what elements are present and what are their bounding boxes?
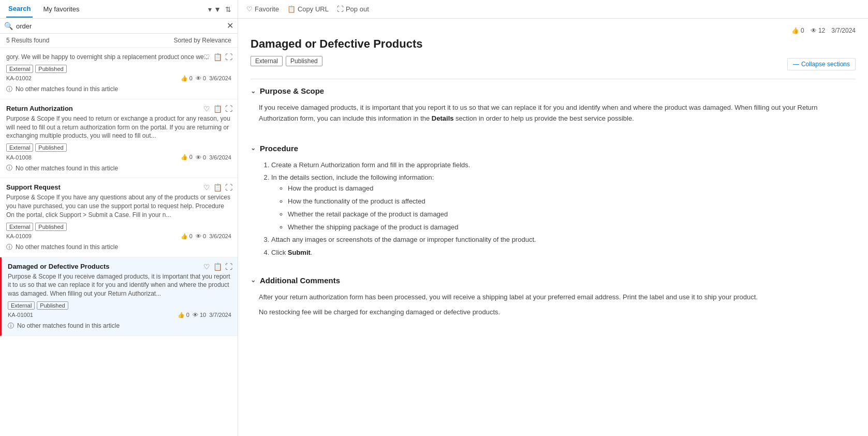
no-match-text: No other matches found in this article [17, 322, 120, 329]
meta-icons: 👍 0 👁 0 3/6/2024 [181, 154, 231, 161]
no-match: ⓘ No other matches found in this article [6, 82, 231, 94]
left-top-bar: Search My favorites ▾ ▼ ⇅ [0, 0, 238, 18]
meta-icons: 👍 0 👁 0 3/6/2024 [181, 233, 231, 240]
results-count: 5 Results found [6, 37, 49, 44]
result-favorite-button[interactable]: ♡ [203, 53, 210, 61]
section-header-purpose[interactable]: ⌄ Purpose & Scope [251, 83, 856, 98]
meta-icons: 👍 0 👁 0 3/6/2024 [181, 75, 231, 82]
result-copy-button[interactable]: 📋 [213, 263, 222, 271]
result-item-actions: ♡ 📋 ⛶ [203, 105, 232, 113]
result-item-actions: ♡ 📋 ⛶ [203, 183, 232, 192]
tab-favorites[interactable]: My favorites [41, 1, 81, 17]
section-header-procedure[interactable]: ⌄ Procedure [251, 141, 856, 156]
search-input[interactable] [16, 22, 224, 30]
list-item: Whether the retail package of the produc… [288, 209, 856, 220]
result-date: 3/6/2024 [209, 75, 231, 81]
article-date: 3/7/2024 [831, 27, 856, 34]
list-item: Click Submit. [271, 248, 856, 258]
sort-button[interactable]: ⇅ [225, 5, 231, 13]
procedure-list: Create a Return Authorization form and f… [259, 160, 856, 258]
badges: External Published [6, 223, 231, 231]
clear-search-button[interactable]: ✕ [227, 22, 233, 30]
collapse-sections-label: Collapse sections [801, 61, 850, 68]
result-item[interactable]: Return Authorization Purpose & Scope If … [0, 99, 238, 178]
list-item: How the functionality of the product is … [288, 196, 856, 207]
article-badge-published: Published [286, 56, 322, 66]
meta-icons: 👍 0 👁 10 3/7/2024 [178, 312, 231, 318]
no-match-text: No other matches found in this article [16, 85, 118, 93]
top-bar: Search My favorites ▾ ▼ ⇅ ♡ Favorite 📋 C… [0, 0, 868, 19]
filter-button[interactable]: ▾ ▼ [208, 5, 221, 13]
badge-published: Published [35, 65, 66, 73]
result-title: Support Request [6, 183, 231, 191]
copy-icon: 📋 [287, 5, 296, 13]
result-favorite-button[interactable]: ♡ [203, 263, 210, 271]
badge-published: Published [35, 223, 66, 231]
badges: External Published [8, 301, 231, 310]
result-meta: KA-01002 👍 0 👁 0 3/6/2024 [6, 75, 231, 82]
result-title: Return Authorization [6, 105, 231, 112]
section-paragraph: No restocking fee will be charged for ex… [259, 307, 856, 318]
collapse-sections-button[interactable]: ― Collapse sections [787, 58, 856, 70]
section-paragraph: If you receive damaged products, it is i… [259, 103, 856, 124]
badges: External Published [6, 143, 231, 152]
right-panel: 👍 0 👁 12 3/7/2024 Damaged or Defective P… [238, 19, 868, 436]
view-icon: 👁 0 [196, 233, 206, 239]
section-body-comments: After your return authorization form has… [251, 288, 856, 326]
heart-icon: ♡ [246, 5, 253, 13]
article-badge-external: External [251, 56, 283, 66]
favorite-button[interactable]: ♡ Favorite [246, 5, 279, 13]
result-excerpt: Purpose & Scope If you need to return or… [6, 114, 231, 140]
section-body-purpose: If you receive damaged products, it is i… [251, 98, 856, 133]
article-title: Damaged or Defective Products [251, 37, 856, 51]
result-item-selected[interactable]: Damaged or Defective Products Purpose & … [0, 257, 238, 336]
favorite-label: Favorite [255, 5, 279, 13]
like-icon: 👍 0 [181, 233, 193, 240]
info-icon: ⓘ [6, 85, 12, 94]
result-popout-button[interactable]: ⛶ [225, 263, 232, 271]
result-popout-button[interactable]: ⛶ [225, 53, 232, 61]
article-badges: External Published [251, 56, 322, 66]
result-popout-button[interactable]: ⛶ [225, 183, 232, 192]
view-icon: 👁 0 [196, 75, 206, 81]
list-item: Attach any images or screenshots of the … [271, 235, 856, 245]
badge-published: Published [35, 143, 66, 152]
no-match: ⓘ No other matches found in this article [6, 161, 231, 172]
article-likes: 👍 0 [791, 27, 804, 34]
section-additional-comments: ⌄ Additional Comments After your return … [251, 273, 856, 326]
result-favorite-button[interactable]: ♡ [203, 183, 210, 192]
chevron-down-icon: ⌄ [251, 144, 256, 152]
pop-out-button[interactable]: ⛶ Pop out [337, 5, 369, 13]
result-meta: KA-01001 👍 0 👁 10 3/7/2024 [8, 312, 231, 318]
result-title: Damaged or Defective Products [8, 263, 231, 270]
sub-list: How the product is damaged How the funct… [271, 183, 856, 232]
section-heading-procedure: Procedure [260, 144, 298, 153]
collapse-icon: ― [793, 61, 799, 68]
result-item-actions: ♡ 📋 ⛶ [203, 53, 232, 61]
list-item: In the details section, include the foll… [271, 172, 856, 232]
result-copy-button[interactable]: 📋 [213, 183, 222, 192]
tab-search[interactable]: Search [6, 1, 33, 18]
like-icon: 👍 0 [181, 75, 193, 82]
main-layout: 🔍 ✕ 5 Results found Sorted by Relevance … [0, 19, 868, 436]
result-excerpt: gory. We will be happy to overnight ship… [6, 53, 231, 62]
result-copy-button[interactable]: 📋 [213, 53, 222, 61]
info-icon: ⓘ [8, 322, 14, 330]
badges: External Published [6, 65, 231, 73]
copy-url-button[interactable]: 📋 Copy URL [287, 5, 329, 13]
result-item-actions: ♡ 📋 ⛶ [203, 263, 232, 271]
section-heading-comments: Additional Comments [260, 276, 340, 285]
result-item[interactable]: gory. We will be happy to overnight ship… [0, 48, 238, 99]
no-match-text: No other matches found in this article [16, 243, 118, 251]
result-popout-button[interactable]: ⛶ [225, 105, 232, 113]
result-item[interactable]: Support Request Purpose & Scope If you h… [0, 178, 238, 257]
right-top-bar: ♡ Favorite 📋 Copy URL ⛶ Pop out [238, 5, 377, 13]
badge-external: External [6, 143, 33, 152]
badge-external: External [8, 301, 35, 310]
section-header-comments[interactable]: ⌄ Additional Comments [251, 273, 856, 288]
sort-label: Sorted by Relevance [174, 37, 231, 44]
info-icon: ⓘ [6, 243, 12, 252]
badge-external: External [6, 223, 33, 231]
result-favorite-button[interactable]: ♡ [203, 105, 210, 113]
result-copy-button[interactable]: 📋 [213, 105, 222, 113]
